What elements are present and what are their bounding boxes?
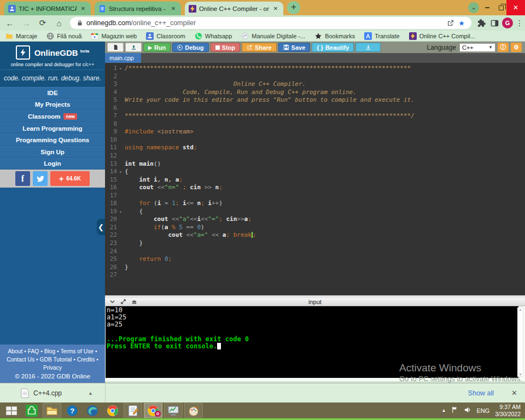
taskbar-paint-icon[interactable] — [184, 403, 203, 418]
run-button[interactable]: ▶Run — [143, 43, 171, 52]
twitter-icon[interactable] — [33, 171, 48, 186]
code-line[interactable]: 17 — [105, 192, 525, 200]
code-line[interactable]: 7***************************************… — [105, 112, 525, 120]
code-line[interactable]: 9#include <iostream> — [105, 128, 525, 136]
fold-arrow-icon[interactable]: ▾ — [119, 65, 125, 73]
console-scrollbar[interactable]: ▲▼ — [517, 307, 523, 377]
taskbar-clock[interactable]: 9:37 AM 3/30/2022 — [495, 404, 521, 418]
browser-tab[interactable]: Online C++ Compiler - online ed✕ — [185, 2, 283, 15]
beautify-button[interactable]: { }Beautify — [312, 43, 354, 52]
code-line[interactable]: 21 if(a % 5 == 0) — [105, 224, 525, 232]
bookmark-star-icon[interactable]: ★ — [456, 19, 467, 27]
debug-button[interactable]: Debug — [172, 43, 208, 52]
sidebar-item-my-projects[interactable]: My Projects — [0, 99, 105, 111]
code-line[interactable]: 26} — [105, 264, 525, 272]
extensions-icon[interactable] — [475, 18, 488, 28]
bookmark-item[interactable]: Classroom — [146, 32, 185, 40]
browser-tab[interactable]: Structura repetitiva - Documente✕ — [95, 2, 181, 15]
code-line[interactable]: 11using namespace std; — [105, 144, 525, 152]
language-select[interactable]: C++▼ — [459, 43, 495, 52]
bookmark-item[interactable]: Manuale Digitale -... — [241, 32, 305, 40]
code-line[interactable]: 19▾ { — [105, 208, 525, 216]
save-button[interactable]: Save — [278, 43, 311, 52]
tray-chevron-icon[interactable]: ▲ — [442, 408, 446, 413]
stop-button[interactable]: Stop — [211, 43, 240, 52]
code-line[interactable]: 8 — [105, 120, 525, 129]
tab-search-icon[interactable]: ⌄ — [467, 0, 480, 15]
code-line[interactable]: 5Write your code in this editor and pres… — [105, 96, 525, 104]
taskbar-file-explorer-icon[interactable] — [43, 403, 61, 418]
tab-close-icon[interactable]: ✕ — [272, 5, 279, 13]
taskbar-start-icon[interactable] — [2, 403, 21, 418]
code-line[interactable]: 23 } — [105, 240, 525, 248]
code-line[interactable]: 10 — [105, 136, 525, 144]
restore-button[interactable] — [494, 0, 508, 15]
sidebar-item-classroom[interactable]: Classroomnew — [0, 110, 105, 122]
bookmark-item[interactable]: Translate — [364, 32, 399, 40]
share-count-button[interactable]: +64.6K — [50, 171, 90, 186]
address-bar[interactable]: onlinegdb.com/online_c++_compiler ★ — [70, 17, 471, 29]
code-line[interactable]: 6 — [105, 104, 525, 113]
tab-close-icon[interactable]: ✕ — [170, 5, 177, 13]
footer-links[interactable]: About • FAQ • Blog • Terms of Use • Cont… — [3, 347, 102, 372]
sidebar-item-login[interactable]: Login — [0, 158, 105, 170]
bookmark-item[interactable]: Bookmarks — [314, 32, 355, 40]
code-line[interactable]: 20 cout <<"a"<<i<<"="; cin>>a; — [105, 215, 525, 224]
browser-menu-icon[interactable]: ⋮ — [514, 19, 525, 27]
upload-file-button[interactable] — [125, 43, 142, 52]
sidebar-item-sign-up[interactable]: Sign Up — [0, 146, 105, 158]
code-line[interactable]: 24 — [105, 248, 525, 256]
bookmark-item[interactable]: Online C++ Compil... — [409, 32, 475, 40]
volume-icon[interactable] — [464, 406, 471, 416]
downloaded-file-chip[interactable]: C++4.cpp ▲ — [21, 388, 93, 398]
taskbar-chrome-icon[interactable] — [103, 403, 122, 418]
code-line[interactable]: 16 cout <<"n=" ; cin >> n; — [105, 184, 525, 192]
sidebar-item-learn-programming[interactable]: Learn Programming — [0, 122, 105, 135]
fold-arrow-icon[interactable]: ▾ — [119, 208, 125, 216]
code-line[interactable]: 4 Code, Compile, Run and Debug C++ progr… — [105, 89, 525, 97]
code-line[interactable]: 2 — [105, 73, 525, 81]
bookmark-item[interactable]: Filă nouă — [46, 32, 81, 40]
browser-tab[interactable]: TIC + INFORMATICĂ CLASA 7 A✕ — [4, 2, 91, 15]
taskbar-store-icon[interactable] — [22, 403, 41, 418]
share-page-icon[interactable] — [445, 19, 456, 27]
taskbar-notepad-icon[interactable] — [124, 403, 142, 418]
code-line[interactable]: 13int main() — [105, 160, 525, 168]
settings-gear-icon[interactable]: ⚙ — [511, 43, 522, 52]
info-icon[interactable]: ⓘ — [498, 43, 509, 52]
chevron-up-icon[interactable]: ▲ — [88, 390, 93, 396]
action-center-flag-icon[interactable] — [451, 406, 458, 416]
reload-icon[interactable]: ⟳ — [36, 18, 49, 28]
code-line[interactable]: 12 — [105, 152, 525, 160]
back-icon[interactable]: ← — [3, 19, 16, 28]
minimize-button[interactable]: – — [480, 0, 494, 15]
code-line[interactable]: 25 return 0; — [105, 255, 525, 264]
taskbar-help-icon[interactable]: ? — [63, 403, 81, 418]
taskbar-edge-icon[interactable] — [83, 403, 102, 418]
sidebar-item-programming-questions[interactable]: Programming Questions — [0, 134, 105, 146]
forward-icon[interactable]: → — [20, 19, 33, 28]
new-file-button[interactable] — [107, 43, 124, 52]
download-button[interactable] — [355, 43, 381, 52]
sidebar-item-ide[interactable]: IDE — [0, 87, 105, 99]
taskbar-system-monitor-icon[interactable] — [164, 403, 183, 418]
code-line[interactable]: 14▾{ — [105, 168, 525, 176]
file-tab-main-cpp[interactable]: main.cpp — [105, 53, 141, 63]
code-line[interactable]: 1▾/*************************************… — [105, 65, 525, 73]
code-line[interactable]: 22 cout <<"a=" << a; break; — [105, 231, 525, 240]
bookmark-item[interactable]: Magazin web — [91, 32, 137, 40]
code-line[interactable]: 15 int i, n, a; — [105, 176, 525, 184]
taskbar-chrome-active-icon[interactable]: G — [144, 403, 162, 418]
show-all-button[interactable]: Show all — [463, 386, 499, 400]
share-button[interactable]: Share — [242, 43, 277, 52]
bookmark-item[interactable]: Whatsapp — [195, 32, 232, 40]
tab-close-icon[interactable]: ✕ — [79, 5, 87, 13]
new-tab-icon[interactable]: + — [287, 1, 300, 14]
close-downloads-icon[interactable]: ✕ — [511, 389, 517, 397]
facebook-icon[interactable]: f — [15, 171, 30, 186]
keyboard-language[interactable]: ENG — [476, 407, 489, 414]
code-line[interactable]: 3 Online C++ Compiler. — [105, 80, 525, 89]
home-icon[interactable]: ⌂ — [52, 19, 66, 28]
bookmark-item[interactable]: Marcaje — [5, 32, 37, 40]
fold-arrow-icon[interactable]: ▾ — [119, 168, 125, 176]
